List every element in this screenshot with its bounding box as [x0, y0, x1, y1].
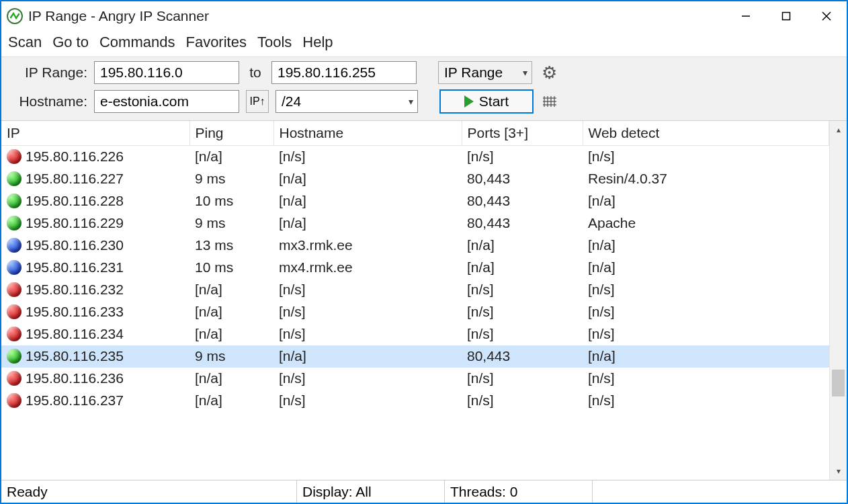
- cell-ip: 195.80.116.229: [1, 212, 189, 235]
- vertical-scrollbar[interactable]: ▴ ▾: [829, 121, 847, 480]
- feeder-value: IP Range: [444, 65, 503, 81]
- cell-hostname: [n/a]: [273, 190, 462, 212]
- cell-ports: 80,443: [462, 212, 583, 235]
- status-ready: Ready: [1, 480, 297, 503]
- table-row[interactable]: 195.80.116.237[n/a][n/s][n/s][n/s]: [1, 390, 829, 412]
- toolbar: IP Range: to IP Range ▾ ⚙ Hostname: IP↑ …: [1, 56, 847, 120]
- results-table[interactable]: IP Ping Hostname Ports [3+] Web detect 1…: [1, 121, 829, 412]
- cell-hostname: [n/s]: [273, 323, 462, 345]
- cell-ip: 195.80.116.228: [1, 190, 189, 212]
- col-webdetect[interactable]: Web detect: [583, 121, 829, 146]
- cell-hostname: [n/s]: [273, 301, 462, 323]
- col-ping[interactable]: Ping: [189, 121, 273, 146]
- cell-webdetect: [n/s]: [583, 146, 829, 168]
- maximize-button[interactable]: [766, 1, 806, 31]
- cell-webdetect: [n/a]: [583, 235, 829, 257]
- ip-text: 195.80.116.236: [26, 370, 124, 386]
- netmask-value: /24: [282, 93, 301, 110]
- feeder-select[interactable]: IP Range ▾: [438, 61, 532, 84]
- window-title: IP Range - Angry IP Scanner: [28, 8, 726, 24]
- col-hostname[interactable]: Hostname: [273, 121, 462, 146]
- cell-ping: 9 ms: [189, 212, 273, 235]
- status-orb-icon: [7, 149, 22, 164]
- cell-ping: 10 ms: [189, 257, 273, 279]
- menu-scan[interactable]: Scan: [8, 34, 42, 51]
- cell-ping: 9 ms: [189, 168, 273, 190]
- table-row[interactable]: 195.80.116.236[n/a][n/s][n/s][n/s]: [1, 368, 829, 390]
- status-orb-icon: [7, 393, 22, 408]
- ip-from-input[interactable]: [94, 61, 239, 84]
- cell-ports: [n/s]: [462, 368, 583, 390]
- table-row[interactable]: 195.80.116.234[n/a][n/s][n/s][n/s]: [1, 323, 829, 345]
- settings-button[interactable]: ⚙: [539, 62, 559, 83]
- cell-hostname: [n/a]: [273, 212, 462, 235]
- menu-help[interactable]: Help: [302, 34, 333, 51]
- status-bar: Ready Display: All Threads: 0: [1, 480, 847, 503]
- scroll-up-arrow[interactable]: ▴: [830, 121, 847, 138]
- cell-ports: 80,443: [462, 345, 583, 368]
- menu-tools[interactable]: Tools: [257, 34, 292, 51]
- cell-ping: 10 ms: [189, 190, 273, 212]
- table-row[interactable]: 195.80.116.23013 msmx3.rmk.ee[n/a][n/a]: [1, 235, 829, 257]
- cell-webdetect: Apache: [583, 212, 829, 235]
- cell-ports: 80,443: [462, 168, 583, 190]
- cell-ip: 195.80.116.227: [1, 168, 189, 190]
- menu-goto[interactable]: Go to: [52, 34, 89, 51]
- scroll-thumb[interactable]: [832, 370, 845, 396]
- cell-webdetect: [n/a]: [583, 257, 829, 279]
- cell-hostname: mx4.rmk.ee: [273, 257, 462, 279]
- cell-ports: [n/s]: [462, 323, 583, 345]
- status-orb-icon: [7, 194, 22, 208]
- ip-to-input[interactable]: [271, 61, 417, 84]
- status-orb-icon: [7, 216, 22, 230]
- menu-favorites[interactable]: Favorites: [185, 34, 246, 51]
- status-orb-icon: [7, 304, 22, 319]
- start-button[interactable]: Start: [439, 89, 534, 114]
- cell-webdetect: [n/s]: [583, 390, 829, 412]
- cell-ping: [n/a]: [189, 323, 273, 345]
- status-orb-icon: [7, 282, 22, 297]
- cell-ip: 195.80.116.231: [1, 257, 189, 279]
- cell-ping: [n/a]: [189, 146, 273, 168]
- table-row[interactable]: 195.80.116.226[n/a][n/s][n/s][n/s]: [1, 146, 829, 168]
- table-row[interactable]: 195.80.116.232[n/a][n/s][n/s][n/s]: [1, 279, 829, 301]
- cell-webdetect: [n/a]: [583, 190, 829, 212]
- table-row[interactable]: 195.80.116.2299 ms[n/a]80,443Apache: [1, 212, 829, 235]
- cell-ip: 195.80.116.234: [1, 323, 189, 345]
- cell-ports: [n/s]: [462, 146, 583, 168]
- cell-webdetect: [n/a]: [583, 345, 829, 368]
- netmask-select[interactable]: /24 ▾: [275, 90, 418, 113]
- cell-ping: [n/a]: [189, 279, 273, 301]
- cell-hostname: [n/s]: [273, 390, 462, 412]
- cell-ip: 195.80.116.232: [1, 279, 189, 301]
- menu-bar: Scan Go to Commands Favorites Tools Help: [1, 31, 847, 56]
- app-window: IP Range - Angry IP Scanner Scan Go to C…: [0, 0, 848, 504]
- title-bar[interactable]: IP Range - Angry IP Scanner: [1, 1, 847, 31]
- table-row[interactable]: 195.80.116.2279 ms[n/a]80,443Resin/4.0.3…: [1, 168, 829, 190]
- cell-ports: [n/s]: [462, 279, 583, 301]
- cell-hostname: [n/s]: [273, 279, 462, 301]
- ip-text: 195.80.116.227: [26, 171, 124, 187]
- menu-commands[interactable]: Commands: [99, 34, 175, 51]
- col-ip[interactable]: IP: [1, 121, 189, 146]
- cell-ports: [n/s]: [462, 301, 583, 323]
- table-row[interactable]: 195.80.116.23110 msmx4.rmk.ee[n/a][n/a]: [1, 257, 829, 279]
- cell-ping: 13 ms: [189, 235, 273, 257]
- minimize-button[interactable]: [726, 1, 766, 31]
- fetchers-button[interactable]: [540, 91, 560, 112]
- ip-range-label: IP Range:: [8, 65, 87, 81]
- scroll-down-arrow[interactable]: ▾: [830, 462, 847, 480]
- cell-ping: [n/a]: [189, 390, 273, 412]
- table-row[interactable]: 195.80.116.2359 ms[n/a]80,443[n/a]: [1, 345, 829, 368]
- ip-up-button[interactable]: IP↑: [246, 90, 269, 113]
- table-row[interactable]: 195.80.116.22810 ms[n/a]80,443[n/a]: [1, 190, 829, 212]
- start-label: Start: [479, 93, 509, 110]
- cell-ping: [n/a]: [189, 301, 273, 323]
- hostname-input[interactable]: [94, 90, 239, 113]
- close-button[interactable]: [806, 1, 847, 31]
- col-ports[interactable]: Ports [3+]: [462, 121, 583, 146]
- cell-ip: 195.80.116.237: [1, 390, 189, 412]
- cell-ping: 9 ms: [189, 345, 273, 368]
- status-orb-icon: [7, 349, 22, 364]
- table-row[interactable]: 195.80.116.233[n/a][n/s][n/s][n/s]: [1, 301, 829, 323]
